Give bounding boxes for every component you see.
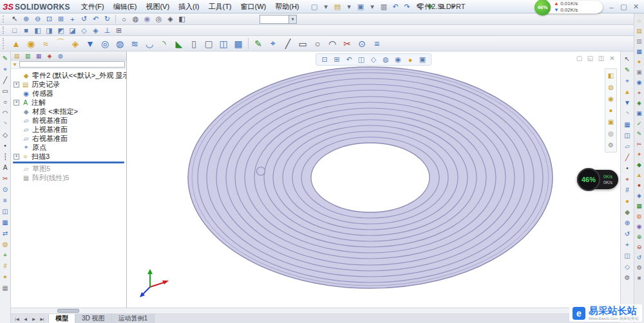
extruded-cut-icon[interactable]: ▼ <box>83 37 97 50</box>
line-icon[interactable]: ╱ <box>1 75 10 85</box>
viewport-split-icon[interactable]: ◫ <box>597 54 605 62</box>
mirror-icon[interactable]: ◫ <box>216 37 231 50</box>
section-view-icon[interactable]: ◫ <box>622 251 633 261</box>
select-arrow-icon[interactable]: ↖ <box>622 54 633 64</box>
display-delete-relations-icon[interactable]: ◍ <box>1 239 10 249</box>
left-view-icon[interactable]: ◧ <box>32 25 43 35</box>
linear-pattern-icon[interactable]: ▦ <box>622 120 633 129</box>
grid-settings-icon[interactable]: ▦ <box>1 283 10 293</box>
smart-dimension-icon[interactable]: ⌖ <box>266 37 280 50</box>
next-tab-icon[interactable]: ▶ <box>30 314 37 323</box>
hidden-lines-icon[interactable]: ◍ <box>130 14 141 24</box>
prev-tab-icon[interactable]: ◀ <box>22 314 29 323</box>
gear-icon[interactable]: ⚙ <box>635 263 644 272</box>
lofted-boss-icon[interactable]: ⌒ <box>53 37 68 50</box>
move-entities-icon[interactable]: ⇄ <box>1 228 10 238</box>
rotate-view-icon[interactable]: ↺ <box>79 14 90 24</box>
sketch-tool-icon[interactable]: ✎ <box>635 129 644 138</box>
reference-axis-icon[interactable]: ╱ <box>622 152 633 162</box>
tree-item-history[interactable]: +▤历史记录 <box>11 80 126 89</box>
extruded-boss-icon[interactable]: ▲ <box>9 37 23 50</box>
polygon-icon[interactable]: ◇ <box>1 130 10 140</box>
toolbar-grip[interactable] <box>3 26 6 33</box>
circle-icon[interactable]: ○ <box>310 37 325 50</box>
camera-view-icon[interactable]: ◎ <box>606 129 616 138</box>
edit-appearance-icon[interactable]: ● <box>405 55 415 64</box>
undo-icon[interactable]: ↶ <box>390 1 401 12</box>
rectangle-icon[interactable]: ▭ <box>296 37 310 50</box>
zoom-in-tool-icon[interactable]: ⊕ <box>635 232 644 241</box>
tree-filter-input[interactable] <box>19 61 125 68</box>
arc-icon[interactable]: ◠ <box>325 37 339 50</box>
shaded-with-edges-icon[interactable]: ◎ <box>153 14 164 24</box>
repair-sketch-icon[interactable]: + <box>1 250 10 260</box>
zoom-out-tool-icon[interactable]: ⊖ <box>635 243 644 252</box>
floating-speed-widget[interactable]: 46% 0K/s 0K/s <box>577 170 618 189</box>
convert-entities-icon[interactable]: ⊙ <box>1 185 10 194</box>
display-style-icon[interactable]: ◍ <box>381 55 391 64</box>
graphics-viewport[interactable]: ⊡⊞↶◫◇◍◉●▣ ▢◱◫✕ ◧◍◉●▣◎⚙ <box>127 51 620 308</box>
diamond-tool-icon[interactable]: ◆ <box>635 160 644 169</box>
section-view-icon[interactable]: ◫ <box>356 55 366 64</box>
tree-item-top-plane[interactable]: ▱上视基准面 <box>11 125 126 134</box>
wireframe-icon[interactable]: ○ <box>118 14 129 24</box>
centerpoint-arc-icon[interactable]: ◠ <box>1 108 10 118</box>
design-library-icon[interactable]: ▤ <box>635 26 644 35</box>
extruded-boss-icon[interactable]: ▲ <box>622 87 633 97</box>
expander-icon[interactable]: + <box>14 100 19 106</box>
zoom-to-area-icon[interactable]: ⊞ <box>332 55 342 64</box>
right-view-icon[interactable]: ◨ <box>44 25 55 35</box>
bottom-view-icon[interactable]: ◪ <box>67 25 78 35</box>
swept-boss-icon[interactable]: ≈ <box>39 37 53 50</box>
zoom-to-fit-icon[interactable]: ⊡ <box>44 14 55 24</box>
mirror-entities-icon[interactable]: ◫ <box>1 207 10 216</box>
first-tab-icon[interactable]: |◀ <box>14 314 21 323</box>
dimetric-view-icon[interactable]: ◈ <box>90 25 101 35</box>
menu-4[interactable]: 插入(I) <box>174 0 204 13</box>
quick-snaps-icon[interactable]: # <box>1 261 10 271</box>
four-viewport-icon[interactable]: ⊞ <box>113 25 124 35</box>
redo-icon[interactable]: ↷ <box>402 1 413 12</box>
rapid-sketch-icon[interactable]: ✦ <box>1 272 10 282</box>
top-view-icon[interactable]: ◩ <box>55 25 66 35</box>
sketch-icon[interactable]: ✎ <box>622 65 633 75</box>
trim-entities-icon[interactable]: ✂ <box>1 174 10 183</box>
normal-to-icon[interactable]: ⊥ <box>102 25 113 35</box>
apply-scene-icon[interactable]: ▣ <box>417 55 428 64</box>
linear-pattern-icon[interactable]: ▦ <box>231 37 245 50</box>
dropdown-arrow-icon[interactable]: ▾ <box>344 1 355 12</box>
tree-item-material[interactable]: ◆材质 <未指定> <box>11 107 126 116</box>
line-icon[interactable]: ╱ <box>281 37 295 50</box>
pan-icon[interactable]: + <box>67 14 78 24</box>
hide-show-items-icon[interactable]: ◉ <box>393 55 403 64</box>
fillet-icon[interactable]: ◝ <box>157 37 171 50</box>
extruded-cut-icon[interactable]: ▼ <box>622 98 633 107</box>
menu-5[interactable]: 工具(T) <box>204 0 236 13</box>
revolved-cut-icon[interactable]: ◍ <box>113 37 127 50</box>
hide-show-items-icon[interactable]: ◉ <box>606 94 616 104</box>
edit-appearance-icon[interactable]: ● <box>606 106 616 115</box>
lozenge-tool-icon[interactable]: ◈ <box>635 191 644 200</box>
mass-properties-icon[interactable]: ◈ <box>635 98 644 107</box>
perspective-icon[interactable]: ◈ <box>165 14 176 24</box>
rotate-tool-icon[interactable]: ↺ <box>635 253 644 262</box>
propertymanager-tab-icon[interactable]: ▥ <box>23 51 32 60</box>
fillet-icon[interactable]: ◝ <box>622 109 633 118</box>
rollback-bar[interactable] <box>13 162 124 163</box>
model-canvas[interactable] <box>127 51 620 308</box>
reference-plane-icon[interactable]: ▱ <box>622 142 633 151</box>
menu-3[interactable]: 视图(V) <box>141 0 174 13</box>
trim-entities-icon[interactable]: ✂ <box>340 37 354 50</box>
back-view-icon[interactable]: ■ <box>21 25 32 35</box>
speed-percent-badge[interactable]: 46% <box>577 168 600 191</box>
offset-entities-icon[interactable]: ≡ <box>1 196 10 205</box>
combobox-dropdown-icon[interactable]: ▾ <box>289 15 296 23</box>
smart-dimension-icon[interactable]: ⌖ <box>622 76 633 86</box>
viewport-restore-icon[interactable]: ◱ <box>586 54 594 62</box>
horizontal-scrollbar[interactable] <box>11 308 620 314</box>
measure-icon[interactable]: ⌖ <box>635 88 644 97</box>
lofted-cut-icon[interactable]: ◡ <box>142 37 156 50</box>
tree-item-pattern-linear5[interactable]: ▦阵列(线性)5 <box>11 173 126 182</box>
shell-icon[interactable]: ▢ <box>202 37 216 50</box>
coil-end-face[interactable] <box>257 167 265 176</box>
